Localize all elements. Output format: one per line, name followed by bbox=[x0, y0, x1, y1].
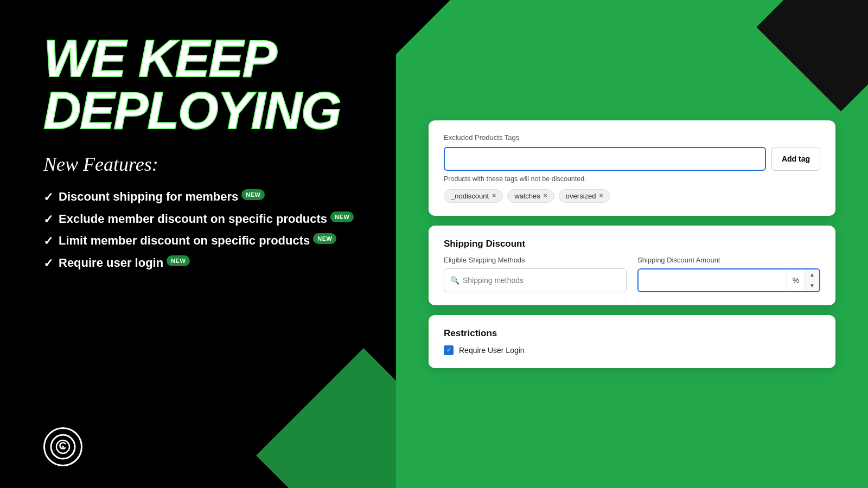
search-wrapper: 🔍 bbox=[444, 268, 627, 292]
feature-text: Exclude member discount on specific prod… bbox=[59, 211, 327, 227]
checkmark-icon: ✓ bbox=[43, 234, 53, 249]
require-login-checkbox[interactable]: ✓ bbox=[444, 345, 454, 355]
new-badge: NEW bbox=[167, 255, 190, 266]
remove-tag-button[interactable]: × bbox=[544, 192, 547, 200]
tag-chip: oversized × bbox=[559, 189, 610, 203]
stepper-down-button[interactable]: ▼ bbox=[805, 280, 819, 291]
stepper-up-button[interactable]: ▲ bbox=[805, 269, 819, 280]
features-list: ✓ Discount shipping for members NEW ✓ Ex… bbox=[43, 189, 363, 271]
tags-container: _nodiscount × watches × oversized × bbox=[444, 189, 820, 203]
left-panel: WE KEEP DEPLOYING New Features: ✓ Discou… bbox=[0, 0, 396, 488]
checkmark-icon: ✓ bbox=[43, 212, 53, 228]
main-headline: WE KEEP DEPLOYING bbox=[43, 33, 363, 137]
feature-text: Limit member discount on specific produc… bbox=[59, 233, 310, 249]
remove-tag-button[interactable]: × bbox=[492, 192, 496, 200]
stepper: ▲ ▼ bbox=[805, 269, 819, 291]
list-item: ✓ Exclude member discount on specific pr… bbox=[43, 211, 363, 228]
remove-tag-button[interactable]: × bbox=[599, 192, 603, 200]
eligible-methods-field: Eligible Shipping Methods 🔍 bbox=[444, 256, 627, 292]
new-features-label: New Features: bbox=[43, 153, 363, 176]
logo bbox=[43, 427, 82, 466]
feature-text: Require user login bbox=[59, 255, 163, 271]
shipping-discount-card: Shipping Discount Eligible Shipping Meth… bbox=[429, 226, 835, 305]
discount-amount-input[interactable]: 0 bbox=[639, 269, 787, 291]
right-panel: Excluded Products Tags Add tag Products … bbox=[396, 0, 868, 488]
excluded-tags-label: Excluded Products Tags bbox=[444, 133, 820, 142]
list-item: ✓ Discount shipping for members NEW bbox=[43, 189, 363, 206]
tag-chip: _nodiscount × bbox=[444, 189, 503, 203]
new-badge: NEW bbox=[313, 233, 336, 244]
add-tag-button[interactable]: Add tag bbox=[771, 147, 820, 171]
tag-input-row: Add tag bbox=[444, 147, 820, 171]
excluded-tags-card: Excluded Products Tags Add tag Products … bbox=[429, 120, 835, 216]
tag-label: watches bbox=[514, 192, 540, 200]
new-badge: NEW bbox=[330, 211, 354, 222]
percent-unit: % bbox=[787, 269, 805, 291]
list-item: ✓ Limit member discount on specific prod… bbox=[43, 233, 363, 249]
shipping-discount-grid: Eligible Shipping Methods 🔍 Shipping Dis… bbox=[444, 256, 820, 292]
shipping-discount-title: Shipping Discount bbox=[444, 239, 820, 249]
restrictions-card: Restrictions ✓ Require User Login bbox=[429, 315, 835, 368]
tag-input[interactable] bbox=[444, 147, 766, 171]
feature-text: Discount shipping for members bbox=[59, 189, 238, 205]
amount-label: Shipping Discount Amount bbox=[637, 256, 820, 264]
checkmark-icon: ✓ bbox=[43, 256, 53, 272]
discount-amount-wrapper: 0 % ▲ ▼ bbox=[637, 268, 820, 292]
checkmark-icon: ✓ bbox=[43, 190, 53, 206]
shipping-methods-search[interactable] bbox=[444, 268, 627, 292]
logo-area bbox=[43, 411, 363, 466]
tag-label: oversized bbox=[566, 192, 596, 200]
tag-description: Products with these tags will not be dis… bbox=[444, 175, 820, 183]
new-badge: NEW bbox=[241, 189, 265, 200]
require-login-label: Require User Login bbox=[459, 346, 525, 355]
tag-chip: watches × bbox=[507, 189, 554, 203]
search-icon: 🔍 bbox=[450, 276, 459, 285]
discount-amount-field: Shipping Discount Amount 0 % ▲ ▼ bbox=[637, 256, 820, 292]
eligible-label: Eligible Shipping Methods bbox=[444, 256, 627, 264]
list-item: ✓ Require user login NEW bbox=[43, 255, 363, 272]
tag-label: _nodiscount bbox=[451, 192, 489, 200]
require-login-row: ✓ Require User Login bbox=[444, 345, 820, 355]
restrictions-title: Restrictions bbox=[444, 328, 820, 339]
svg-point-2 bbox=[62, 446, 64, 448]
